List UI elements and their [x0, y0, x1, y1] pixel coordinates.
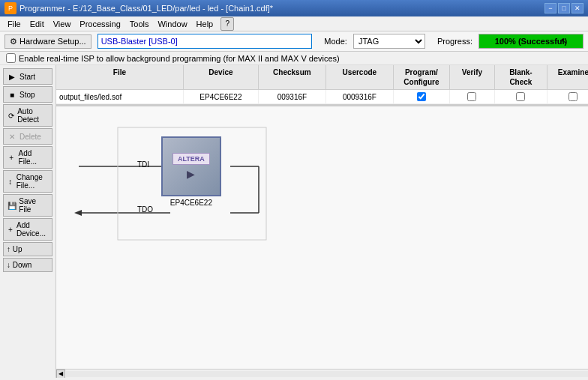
- menu-processing[interactable]: Processing: [75, 18, 124, 30]
- svg-marker-3: [74, 210, 82, 216]
- main-content: ▶ Start ■ Stop ⟳ Auto Detect ✕ Delete + …: [0, 65, 588, 378]
- hw-setup-label: Hardware Setup...: [20, 37, 86, 46]
- col-verify: Verify: [450, 65, 495, 89]
- scroll-track[interactable]: [66, 371, 588, 377]
- start-icon: ▶: [7, 71, 17, 82]
- save-file-button[interactable]: 💾 Save File: [3, 194, 52, 217]
- change-file-icon: ↕: [7, 176, 14, 187]
- menu-help[interactable]: Help: [192, 18, 218, 30]
- cell-examine[interactable]: [548, 90, 588, 103]
- up-button[interactable]: ↑ Up: [3, 242, 52, 256]
- col-usercode: Usercode: [326, 65, 394, 89]
- up-label: ↑ Up: [7, 245, 22, 253]
- chain-svg: [56, 106, 588, 378]
- col-program: Program/Configure: [394, 65, 450, 89]
- cell-program[interactable]: [394, 90, 450, 103]
- stop-label: Stop: [20, 91, 35, 99]
- save-file-icon: 💾: [7, 200, 16, 211]
- delete-label: Delete: [20, 133, 41, 141]
- table-row: output_files/led.sof EP4CE6E22 009316F 0…: [56, 90, 588, 104]
- isp-checkbox[interactable]: [6, 53, 16, 63]
- col-examine: Examine: [548, 65, 588, 89]
- cell-verify[interactable]: [450, 90, 495, 103]
- menu-tools[interactable]: Tools: [125, 18, 154, 30]
- device-chip: ALTERA ▶ EP4CE6E22: [161, 136, 221, 196]
- add-device-label: Add Device...: [16, 221, 49, 238]
- hw-path-input[interactable]: [98, 34, 313, 49]
- hardware-setup-button[interactable]: ⚙ Hardware Setup...: [4, 34, 92, 49]
- menu-edit[interactable]: Edit: [26, 18, 49, 30]
- help-icon-btn[interactable]: ?: [220, 17, 234, 31]
- horizontal-scrollbar[interactable]: ◀ ▶: [56, 369, 588, 378]
- window-title: Programmer - E:/12_Base_Class/01_LED/par…: [20, 4, 273, 13]
- auto-detect-label: Auto Detect: [17, 107, 49, 124]
- change-file-label: Change File...: [16, 173, 49, 190]
- delete-icon: ✕: [7, 131, 17, 142]
- examine-checkbox[interactable]: [568, 92, 578, 101]
- col-file: File: [56, 65, 184, 89]
- mode-label: Mode:: [324, 37, 347, 46]
- cell-device: EP4CE6E22: [184, 90, 259, 103]
- save-file-label: Save File: [19, 197, 49, 214]
- change-file-button[interactable]: ↕ Change File...: [3, 170, 52, 193]
- hw-setup-icon: ⚙: [10, 37, 17, 46]
- app-icon: P: [4, 2, 16, 14]
- minimize-button[interactable]: −: [544, 3, 556, 13]
- stop-button[interactable]: ■ Stop: [3, 86, 52, 103]
- col-blank-check: Blank-Check: [495, 65, 548, 89]
- chip-logo: ALTERA: [172, 153, 210, 165]
- program-checkbox[interactable]: [417, 92, 426, 101]
- cell-checksum: 009316F: [259, 90, 326, 103]
- chip-arrow-icon: ▶: [187, 168, 195, 180]
- auto-detect-button[interactable]: ⟳ Auto Detect: [3, 104, 52, 127]
- menu-file[interactable]: File: [3, 18, 26, 30]
- start-label: Start: [20, 73, 35, 81]
- scroll-left-button[interactable]: ◀: [56, 370, 65, 379]
- blank-check-checkbox[interactable]: [516, 92, 525, 101]
- maximize-button[interactable]: □: [558, 3, 570, 13]
- start-button[interactable]: ▶ Start: [3, 68, 52, 85]
- auto-detect-icon: ⟳: [7, 110, 15, 121]
- menu-window[interactable]: Window: [153, 18, 191, 30]
- mode-select[interactable]: JTAG Active Serial Passive Serial: [353, 34, 425, 49]
- menu-view[interactable]: View: [49, 18, 76, 30]
- progress-bar: 100% (Successful) ↖: [478, 34, 584, 49]
- tdi-label: TDI: [137, 160, 149, 169]
- chain-area: TDI TDO ALTERA ▶ EP4CE6E22 ◀ ▶: [56, 106, 588, 378]
- chip-name: EP4CE6E22: [163, 199, 220, 207]
- progress-label: Progress:: [437, 37, 472, 46]
- add-device-button[interactable]: + Add Device...: [3, 218, 52, 241]
- cell-usercode: 0009316F: [326, 90, 394, 103]
- isp-row: Enable real-time ISP to allow background…: [0, 52, 588, 65]
- add-file-icon: +: [7, 152, 16, 163]
- verify-checkbox[interactable]: [467, 92, 476, 101]
- col-checksum: Checksum: [259, 65, 326, 89]
- sidebar: ▶ Start ■ Stop ⟳ Auto Detect ✕ Delete + …: [0, 65, 56, 378]
- chip-container: ALTERA ▶ EP4CE6E22: [161, 136, 221, 196]
- col-device: Device: [184, 65, 259, 89]
- menu-bar: File Edit View Processing Tools Window H…: [0, 16, 588, 31]
- cell-blank-check[interactable]: [495, 90, 548, 103]
- add-device-icon: +: [7, 224, 14, 235]
- delete-button[interactable]: ✕ Delete: [3, 128, 52, 145]
- table-header: File Device Checksum Usercode Program/Co…: [56, 65, 588, 90]
- file-table: File Device Checksum Usercode Program/Co…: [56, 65, 588, 106]
- isp-label: Enable real-time ISP to allow background…: [19, 54, 340, 63]
- cell-file: output_files/led.sof: [56, 90, 184, 103]
- stop-icon: ■: [7, 89, 17, 100]
- add-file-label: Add File...: [19, 149, 49, 166]
- down-label: ↓ Down: [7, 261, 32, 269]
- tdo-label: TDO: [137, 205, 153, 214]
- close-button[interactable]: ✕: [572, 3, 584, 13]
- title-bar: P Programmer - E:/12_Base_Class/01_LED/p…: [0, 0, 588, 16]
- cursor-icon: ↖: [560, 36, 568, 46]
- down-button[interactable]: ↓ Down: [3, 258, 52, 272]
- toolbar: ⚙ Hardware Setup... Mode: JTAG Active Se…: [0, 31, 588, 52]
- right-panel: File Device Checksum Usercode Program/Co…: [56, 65, 588, 378]
- add-file-button[interactable]: + Add File...: [3, 146, 52, 169]
